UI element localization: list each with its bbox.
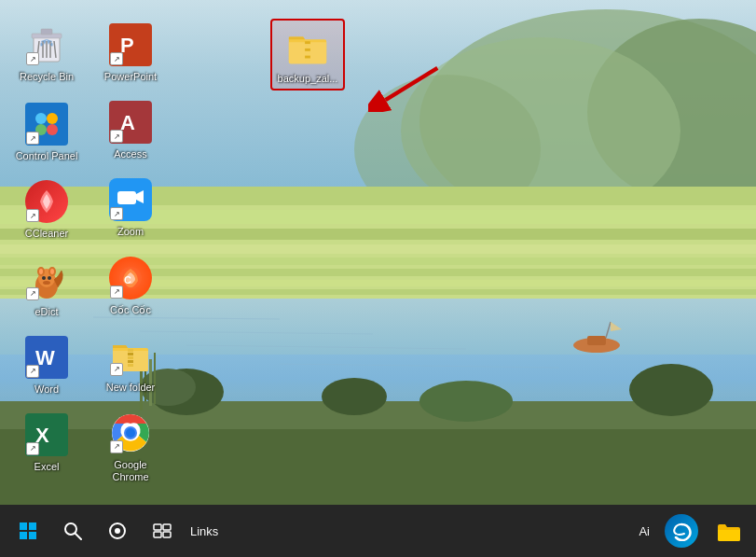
svg-line-84 — [76, 534, 81, 539]
svg-point-27 — [419, 381, 513, 422]
backup-zal-label: backup_zal... — [278, 73, 338, 85]
shortcut-arrow-edict: ↗ — [26, 287, 39, 300]
svg-point-50 — [50, 269, 54, 274]
shortcut-arrow-access: ↗ — [110, 130, 123, 143]
access-label: Access — [114, 148, 146, 160]
desktop-icons: ↗ Recycle Bin ↗ Control Panel — [0, 9, 168, 504]
svg-point-83 — [65, 523, 76, 535]
svg-rect-90 — [163, 532, 171, 537]
svg-point-49 — [39, 269, 43, 274]
svg-marker-59 — [136, 190, 144, 203]
svg-rect-73 — [305, 49, 310, 51]
svg-rect-87 — [154, 524, 161, 530]
taskbar-right: Ai — [639, 510, 749, 551]
svg-point-51 — [42, 276, 46, 280]
file-explorer-icon[interactable] — [708, 510, 749, 551]
svg-rect-20 — [587, 336, 606, 345]
svg-point-53 — [43, 281, 50, 285]
svg-point-42 — [47, 113, 58, 124]
svg-rect-81 — [20, 532, 27, 539]
ai-label[interactable]: Ai — [639, 524, 650, 538]
svg-rect-35 — [41, 29, 52, 35]
zoom-icon[interactable]: ↗ Zoom — [93, 174, 168, 242]
shortcut-arrow-cp: ↗ — [26, 132, 39, 145]
desktop: ↗ Recycle Bin ↗ Control Panel — [0, 0, 756, 505]
svg-rect-80 — [29, 522, 36, 530]
new-folder-label: New folder — [106, 382, 156, 394]
ccleaner-label: CCleaner — [25, 228, 68, 240]
multitask-button[interactable] — [142, 510, 183, 551]
svg-point-52 — [48, 276, 51, 280]
shortcut-arrow-zoom: ↗ — [110, 207, 123, 220]
word-icon[interactable]: W ↗ Word — [9, 331, 84, 399]
svg-rect-74 — [305, 52, 310, 55]
shortcut-arrow-ppt: ↗ — [110, 52, 123, 65]
svg-rect-72 — [305, 45, 310, 48]
word-label: Word — [34, 383, 59, 396]
shortcut-arrow-ccleaner: ↗ — [26, 209, 39, 222]
svg-point-44 — [47, 124, 58, 135]
task-view-button[interactable] — [97, 510, 138, 551]
svg-rect-63 — [128, 353, 133, 355]
coccoc-label: Cốc Cốc — [110, 304, 151, 316]
chrome-label: Google Chrome — [97, 459, 164, 483]
powerpoint-icon[interactable]: P ↗ PowerPoint — [93, 19, 168, 87]
taskbar-links-label[interactable]: Links — [190, 524, 218, 538]
backup-zal-icon[interactable]: backup_zal... — [270, 19, 345, 91]
shortcut-arrow-recycle: ↗ — [26, 52, 39, 65]
control-panel-icon[interactable]: ↗ Control Panel — [9, 98, 84, 166]
svg-rect-62 — [128, 349, 133, 352]
ccleaner-icon[interactable]: ↗ CCleaner — [9, 175, 84, 244]
edge-icon[interactable] — [661, 510, 702, 551]
access-icon[interactable]: A ↗ Access — [93, 96, 168, 164]
svg-point-86 — [115, 528, 120, 534]
search-button[interactable] — [52, 510, 93, 551]
svg-point-28 — [629, 364, 713, 416]
new-folder-icon[interactable]: ↗ New folder — [93, 329, 168, 397]
edict-label: eDict — [34, 306, 58, 318]
svg-rect-66 — [128, 364, 133, 367]
coccoc-icon[interactable]: C ↗ Cốc Cốc — [93, 252, 168, 320]
edict-icon[interactable]: ↗ eDict — [9, 254, 84, 322]
excel-label: Excel — [34, 461, 60, 473]
svg-rect-79 — [20, 522, 27, 530]
shortcut-arrow-chrome: ↗ — [110, 440, 123, 453]
svg-text:C: C — [124, 274, 131, 285]
taskbar: Links Ai — [0, 505, 756, 557]
svg-rect-65 — [128, 360, 133, 363]
recycle-bin-label: Recycle Bin — [20, 71, 74, 83]
zoom-label: Zoom — [117, 226, 144, 238]
svg-rect-64 — [128, 356, 133, 359]
shortcut-arrow-coccoc: ↗ — [110, 285, 123, 299]
shortcut-arrow-newfolder: ↗ — [110, 363, 123, 376]
svg-rect-75 — [305, 56, 310, 59]
svg-rect-58 — [117, 191, 136, 204]
shortcut-arrow-excel: ↗ — [26, 442, 39, 455]
chrome-icon[interactable]: ↗ Google Chrome — [93, 407, 168, 487]
svg-rect-89 — [154, 532, 161, 537]
svg-rect-82 — [29, 532, 36, 539]
powerpoint-label: PowerPoint — [104, 71, 157, 83]
svg-point-70 — [126, 428, 135, 438]
svg-rect-76 — [305, 59, 310, 62]
svg-point-41 — [35, 113, 47, 124]
start-button[interactable] — [7, 510, 48, 551]
shortcut-arrow-word: ↗ — [26, 365, 39, 378]
svg-rect-88 — [163, 524, 171, 530]
svg-point-26 — [322, 378, 387, 415]
control-panel-label: Control Panel — [16, 150, 78, 162]
recycle-bin-icon[interactable]: ↗ Recycle Bin — [9, 19, 84, 87]
excel-icon[interactable]: X ↗ Excel — [9, 409, 84, 477]
svg-rect-71 — [305, 41, 310, 44]
